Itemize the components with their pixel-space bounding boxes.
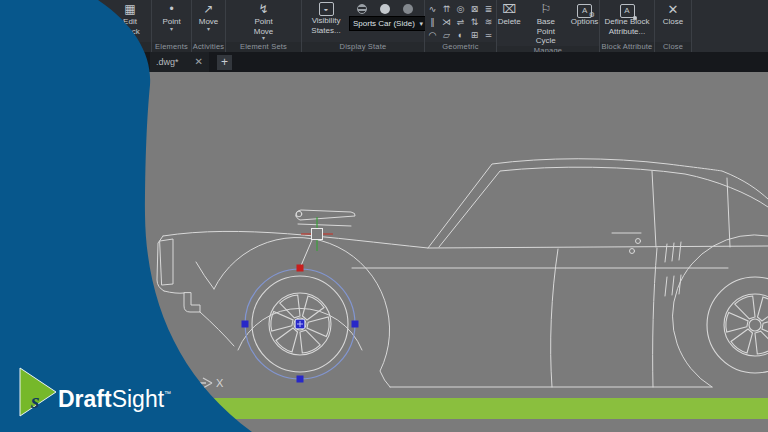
constraint-icon[interactable]: ⇈ — [440, 3, 453, 15]
point-button[interactable]: • Point ▾ — [162, 2, 180, 32]
close-icon: ✕ — [668, 2, 679, 17]
state-circle-gray-icon — [403, 4, 413, 14]
new-tab-button[interactable]: + — [217, 55, 232, 70]
ribbon-group-close: ✕ Close Close — [655, 0, 692, 52]
ribbon: ▦ Edit Block Block • Point ▾ Elements ↗ … — [0, 0, 768, 52]
chevron-down-icon: ▾ — [207, 27, 210, 32]
ribbon-group-elements: • Point ▾ Elements — [152, 0, 192, 52]
options-icon: A⚙ — [577, 4, 592, 18]
state-circle-striped-icon — [357, 4, 367, 14]
grip-east[interactable] — [352, 321, 359, 328]
ribbon-group-geometric: ∿ ⇈ ◎ ⊠ ≣ ∥ ⋊ ⇌ ⇅ ≋ ◠ ▱ ◐ ⊞ ≃ Geometri — [425, 0, 497, 52]
constraint-icon[interactable]: ⊞ — [468, 29, 481, 41]
constraint-icon[interactable]: ⇌ — [454, 16, 467, 28]
delete-constraint-icon: ⌧ — [502, 2, 516, 17]
edit-block-button[interactable]: ▦ Edit Block — [115, 2, 145, 36]
group-label-close: Close — [655, 42, 691, 52]
ribbon-group-manage: ⌧ Delete ⚐ Base Point Cycle A⚙ Options M… — [497, 0, 600, 52]
sports-car-block-geometry — [157, 159, 768, 387]
group-label-display-state: Display State — [302, 42, 424, 52]
display-state-indicators — [349, 2, 413, 16]
ribbon-spacer — [692, 0, 768, 52]
constraint-icon[interactable]: ≣ — [482, 3, 495, 15]
ribbon-group-block: ▦ Edit Block Block — [0, 0, 152, 52]
constraint-icon[interactable]: ▱ — [440, 29, 453, 41]
constraint-icon[interactable]: ⇅ — [468, 16, 481, 28]
grip-rubber-band — [300, 240, 312, 268]
ribbon-group-block-attribute: A Define Block Attribute... Block Attrib… — [600, 0, 655, 52]
ucs-x-label: X — [216, 377, 224, 389]
point-icon: • — [169, 2, 173, 17]
group-label-block-attribute: Block Attribute — [600, 42, 654, 52]
visibility-states-button[interactable]: ◒ Visibility States... — [307, 2, 345, 35]
chevron-down-icon: ▾ — [170, 27, 173, 32]
gear-icon: ⚙ — [589, 9, 595, 21]
grip-west[interactable] — [242, 321, 249, 328]
chevron-down-icon: ▾ — [419, 21, 423, 26]
constraint-icon[interactable]: ◎ — [454, 3, 467, 15]
draftsight-window: ▦ Edit Block Block • Point ▾ Elements ↗ … — [0, 0, 768, 432]
constraint-icon[interactable]: ∥ — [426, 16, 439, 28]
group-label-elements: Elements — [152, 42, 191, 52]
grip-south[interactable] — [297, 376, 304, 383]
constraint-icon[interactable]: ◠ — [426, 29, 439, 41]
constraint-icon[interactable]: ⊠ — [468, 3, 481, 15]
ucs-icon: X — [165, 377, 224, 389]
constraint-icon[interactable]: ◐ — [454, 29, 467, 41]
ribbon-group-activities: ↗ Move ▾ Activities — [192, 0, 226, 52]
define-block-attribute-button[interactable]: A Define Block Attribute... — [603, 2, 651, 36]
group-label-element-sets: Element Sets — [226, 42, 301, 52]
constraint-icon[interactable]: ≋ — [482, 16, 495, 28]
geometric-constraints-grid: ∿ ⇈ ◎ ⊠ ≣ ∥ ⋊ ⇌ ⇅ ≋ ◠ ▱ ◐ ⊞ ≃ — [426, 2, 495, 41]
drawing-canvas[interactable]: X — [0, 72, 768, 432]
ribbon-group-element-sets: ↯ Point Move ▾ Element Sets — [226, 0, 302, 52]
crosshair-cursor — [301, 217, 333, 251]
state-circle-light-icon — [380, 4, 390, 14]
point-move-button[interactable]: ↯ Point Move ▾ — [250, 2, 278, 41]
constraint-icon[interactable]: ⋊ — [440, 16, 453, 28]
chevron-down-icon: ▾ — [262, 36, 265, 41]
plus-icon: + — [221, 55, 228, 69]
move-button[interactable]: ↗ Move ▾ — [199, 2, 219, 32]
group-label-block: Block — [0, 42, 151, 52]
point-move-icon: ↯ — [258, 2, 268, 17]
display-state-dropdown[interactable]: Sports Car (Side) ▾ — [349, 16, 427, 31]
visibility-states-icon: ◒ — [319, 2, 334, 16]
constraint-icon[interactable]: ≃ — [482, 29, 495, 41]
flag-icon: ⚐ — [540, 2, 551, 17]
tab-close-icon[interactable]: ✕ — [195, 57, 203, 67]
green-accent-stripe — [0, 398, 768, 419]
constraint-icon[interactable]: ∿ — [426, 3, 439, 15]
delete-constraint-button[interactable]: ⌧ Delete — [498, 2, 521, 27]
ribbon-group-display-state: ◒ Visibility States... Sports Car (Side)… — [302, 0, 425, 52]
edit-block-icon: ▦ — [124, 2, 135, 17]
options-button[interactable]: A⚙ Options — [571, 2, 599, 27]
close-block-editor-button[interactable]: ✕ Close — [663, 2, 683, 27]
document-tab-bar: .dwg* ✕ + — [0, 52, 768, 72]
document-tab-label: .dwg* — [156, 57, 179, 67]
move-icon: ↗ — [203, 2, 213, 17]
document-tab[interactable]: .dwg* ✕ — [150, 52, 209, 72]
grip-north-hot[interactable] — [297, 265, 304, 272]
base-point-cycle-button[interactable]: ⚐ Base Point Cycle — [528, 2, 564, 46]
group-label-activities: Activities — [192, 42, 225, 52]
rear-wheel[interactable] — [707, 277, 768, 373]
block-attribute-icon: A — [620, 4, 635, 18]
group-label-geometric: Geometric — [425, 42, 496, 52]
